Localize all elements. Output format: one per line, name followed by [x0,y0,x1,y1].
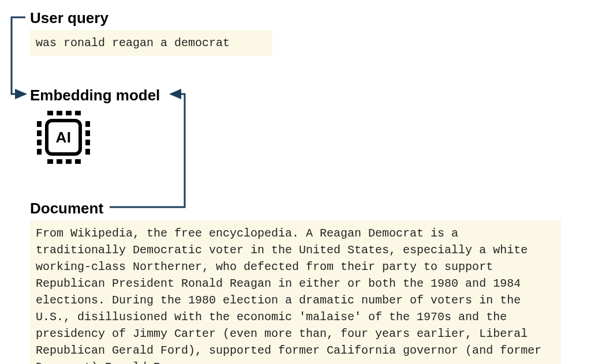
document-text: From Wikipedia, the free encyclopedia. A… [30,220,561,364]
arrow-document-to-embedding [110,94,185,207]
user-query-text: was ronald reagan a democrat [30,30,272,56]
document-heading: Document [30,200,103,217]
ai-chip-label: AI [56,129,72,147]
embedding-model-heading: Embedding model [30,87,160,104]
ai-chip-icon: AI [35,108,92,166]
arrow-query-to-embedding [12,17,25,94]
user-query-heading: User query [30,9,109,27]
